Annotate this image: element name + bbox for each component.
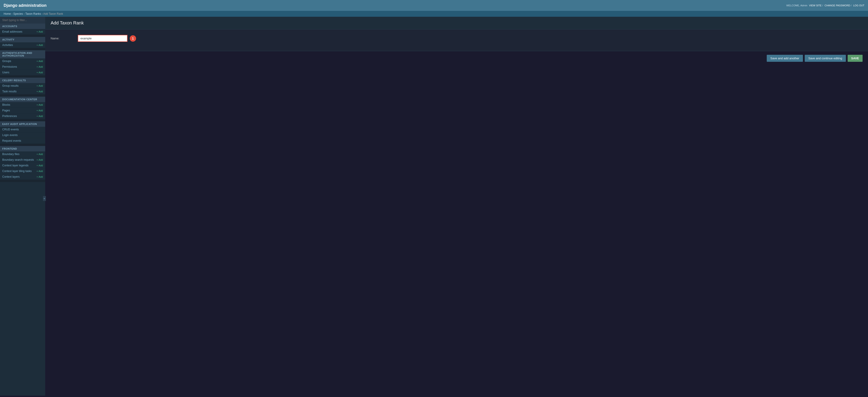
sidebar-spacer	[0, 119, 45, 121]
sidebar-spacer	[0, 144, 45, 146]
sidebar-section-easy_audit: EASY AUDIT APPLICATION	[0, 121, 45, 127]
sidebar-item-label-context-layers: Context layers	[2, 175, 20, 178]
save-button[interactable]: SAVE	[848, 55, 863, 62]
sidebar-item-blocks[interactable]: Blocks+ Add	[0, 102, 45, 108]
breadcrumb-species[interactable]: Species	[13, 12, 23, 16]
sidebar-section-authentication: AUTHENTICATION AND AUTHORIZATION	[0, 50, 45, 58]
sidebar-collapse-toggle[interactable]: «	[43, 196, 46, 201]
sidebar-item-label-login-events: Login events	[2, 134, 18, 137]
sidebar-item-label-group-results: Group results	[2, 84, 19, 87]
username: Admin	[800, 4, 807, 7]
sidebar-item-permissions[interactable]: Permissions+ Add	[0, 64, 45, 70]
layout: ACCOUNTSEmail addresses+ AddACTIVITYActi…	[0, 17, 868, 396]
log-out-link[interactable]: LOG OUT	[853, 4, 864, 7]
sidebar-filter-input[interactable]	[0, 17, 45, 24]
sidebar-section-accounts: ACCOUNTS	[0, 24, 45, 29]
sidebar-add-users[interactable]: + Add	[37, 71, 43, 74]
sidebar-add-group-results[interactable]: + Add	[37, 84, 43, 87]
sidebar-add-boundary-search-requests[interactable]: + Add	[37, 159, 43, 161]
sidebar-add-context-layer-tiling-tasks[interactable]: + Add	[37, 170, 43, 172]
sidebar-item-boundary-search-requests[interactable]: Boundary search requests+ Add	[0, 157, 45, 163]
sidebar-section-celery: CELERY RESULTS	[0, 78, 45, 83]
sidebar-item-context-layer-legends[interactable]: Context layer legends+ Add	[0, 163, 45, 168]
sidebar-add-context-layers[interactable]: + Add	[37, 175, 43, 178]
sidebar: ACCOUNTSEmail addresses+ AddACTIVITYActi…	[0, 17, 45, 396]
sidebar-add-permissions[interactable]: + Add	[37, 65, 43, 68]
sidebar-item-context-layers[interactable]: Context layers+ Add	[0, 174, 45, 180]
sidebar-item-login-events[interactable]: Login events	[0, 133, 45, 138]
breadcrumb-home[interactable]: Home	[4, 12, 11, 16]
name-label: Name:	[51, 37, 78, 40]
sidebar-add-boundary-files[interactable]: + Add	[37, 153, 43, 155]
breadcrumb-current: Add Taxon Rank	[43, 12, 63, 16]
sidebar-item-crud-events[interactable]: CRUD events	[0, 127, 45, 133]
sidebar-add-preferences[interactable]: + Add	[37, 115, 43, 117]
sidebar-item-label-pages: Pages	[2, 109, 10, 112]
sidebar-item-label-users: Users	[2, 71, 9, 74]
sidebar-section-frontend: FRONTEND	[0, 146, 45, 151]
sidebar-item-label-context-layer-tiling-tasks: Context layer tiling tasks	[2, 170, 32, 173]
sidebar-spacer	[0, 35, 45, 37]
sidebar-sections: ACCOUNTSEmail addresses+ AddACTIVITYActi…	[0, 24, 45, 182]
save-and-continue-editing-button[interactable]: Save and continue editing	[805, 55, 846, 62]
main-content: Add Taxon Rank Name: 1 Save and add anot…	[45, 17, 868, 396]
sidebar-item-request-events[interactable]: Request events	[0, 138, 45, 144]
sidebar-add-task-results[interactable]: + Add	[37, 90, 43, 93]
sidebar-item-label-permissions: Permissions	[2, 65, 17, 68]
sidebar-item-boundary-files[interactable]: Boundary files+ Add	[0, 151, 45, 157]
sidebar-item-label-context-layer-legends: Context layer legends	[2, 164, 29, 167]
page-title: Add Taxon Rank	[51, 20, 863, 26]
sidebar-item-task-results[interactable]: Task results+ Add	[0, 89, 45, 94]
change-password-link[interactable]: CHANGE PASSWORD	[825, 4, 850, 7]
breadcrumb: Home › Species › Taxon Ranks › Add Taxon…	[0, 11, 868, 17]
sidebar-add-context-layer-legends[interactable]: + Add	[37, 164, 43, 167]
sidebar-item-label-blocks: Blocks	[2, 103, 10, 106]
sidebar-item-email-addresses[interactable]: Email addresses+ Add	[0, 29, 45, 35]
sidebar-item-group-results[interactable]: Group results+ Add	[0, 83, 45, 89]
sidebar-item-label-crud-events: CRUD events	[2, 128, 19, 131]
sidebar-item-activities[interactable]: Activities+ Add	[0, 42, 45, 48]
sidebar-spacer	[0, 48, 45, 50]
sidebar-item-label-task-results: Task results	[2, 90, 17, 93]
sidebar-item-context-layer-tiling-tasks[interactable]: Context layer tiling tasks+ Add	[0, 168, 45, 174]
content-header: Add Taxon Rank	[45, 17, 868, 29]
welcome-text: WELCOME,	[786, 4, 800, 7]
badge-1: 1	[130, 35, 136, 41]
sidebar-add-groups[interactable]: + Add	[37, 60, 43, 62]
sidebar-section-documentation: DOCUMENTATION CENTER	[0, 97, 45, 102]
sidebar-item-label-email-addresses: Email addresses	[2, 30, 22, 33]
sidebar-add-blocks[interactable]: + Add	[37, 104, 43, 106]
user-tools: WELCOME, Admin VIEW SITE / CHANGE PASSWO…	[786, 4, 864, 7]
sidebar-add-email-addresses[interactable]: + Add	[37, 30, 43, 33]
submit-row: Save and add another Save and continue e…	[45, 51, 868, 65]
sidebar-spacer	[0, 94, 45, 97]
sidebar-item-users[interactable]: Users+ Add	[0, 70, 45, 75]
sidebar-item-label-activities: Activities	[2, 44, 13, 47]
sidebar-spacer	[0, 180, 45, 182]
sidebar-item-preferences[interactable]: Preferences+ Add	[0, 113, 45, 119]
name-input[interactable]	[78, 35, 127, 42]
sidebar-item-label-boundary-files: Boundary files	[2, 152, 20, 156]
header: Django administration WELCOME, Admin VIE…	[0, 0, 868, 11]
sidebar-section-activity: ACTIVITY	[0, 37, 45, 42]
name-form-row: Name: 1	[51, 35, 863, 42]
sidebar-item-pages[interactable]: Pages+ Add	[0, 108, 45, 113]
breadcrumb-taxon-ranks[interactable]: Taxon Ranks	[25, 12, 41, 16]
sidebar-add-activities[interactable]: + Add	[37, 44, 43, 47]
sidebar-item-label-preferences: Preferences	[2, 115, 17, 118]
save-and-add-another-button[interactable]: Save and add another	[767, 55, 803, 62]
sidebar-spacer	[0, 75, 45, 78]
sidebar-item-label-boundary-search-requests: Boundary search requests	[2, 158, 34, 161]
form-area: Name: 1	[45, 29, 868, 51]
sidebar-item-groups[interactable]: Groups+ Add	[0, 58, 45, 64]
site-title: Django administration	[4, 3, 46, 8]
sidebar-item-label-groups: Groups	[2, 59, 11, 63]
sidebar-add-pages[interactable]: + Add	[37, 109, 43, 112]
view-site-link[interactable]: VIEW SITE	[809, 4, 822, 7]
sidebar-item-label-request-events: Request events	[2, 139, 21, 142]
